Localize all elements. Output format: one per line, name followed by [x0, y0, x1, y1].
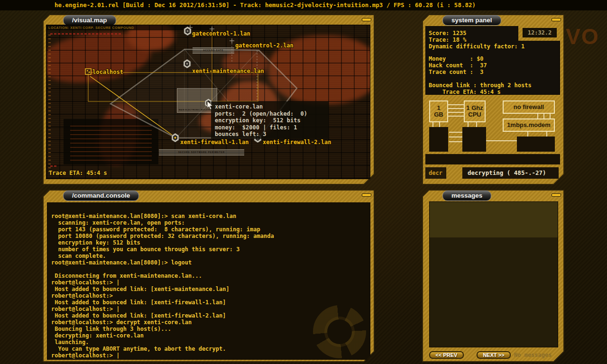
- minimize-button[interactable]: [552, 18, 561, 21]
- clock-tab: 12:32.2: [518, 25, 560, 41]
- circuit-wire: [448, 112, 464, 113]
- console-line: encryption key: 512 bits: [51, 239, 368, 246]
- console-line: number of times you can bounce through t…: [51, 246, 368, 253]
- stats-bounce-block: Bounced link : through 2 hosts Trace ETA…: [429, 82, 532, 96]
- stats-score-block: Score: 1235Trace: 18 %Dynamic difficulty…: [429, 30, 524, 50]
- console-line: robert@localhost:>: [51, 292, 368, 299]
- circuit-wire: [468, 122, 469, 127]
- console-line: port 10080 (password protected: 32 chara…: [51, 233, 368, 239]
- process-label: decr: [425, 167, 446, 179]
- console-line: Host added to bounced link: [xenti-firew…: [51, 312, 368, 319]
- circuit-wire: [486, 140, 517, 141]
- game-screen: VO he.engine-2.01.rel [Build : Dec 16 20…: [0, 0, 607, 364]
- circuit-wire: [448, 116, 464, 117]
- cpu-box: 1 GhzCPU: [464, 100, 486, 122]
- minimize-button[interactable]: [552, 193, 561, 197]
- host-label-xenti-firewall-1[interactable]: xenti-firewall-1.lan: [180, 139, 249, 146]
- host-label-xenti-firewall-2[interactable]: xenti-firewall-2.lan: [263, 139, 331, 146]
- host-node-icon[interactable]: [171, 133, 179, 142]
- visual-map-panel: /visual.map LOCATION: XENTI CORP. SECURE…: [43, 14, 375, 185]
- tooltip-line: encryption key: 512 bits: [215, 117, 325, 124]
- command-console-panel: /command.console root@xenti-maintenance.…: [43, 190, 375, 362]
- cpu-chip: [462, 127, 486, 152]
- stat-line: Hack count : 37: [429, 63, 487, 69]
- circuit-wire: [448, 104, 464, 105]
- console-output[interactable]: root@xenti-maintenance.lan[8080]:> scan …: [47, 202, 370, 360]
- circuit-wire: [439, 122, 440, 127]
- console-line: robert@localhost:> |: [51, 279, 368, 286]
- messages-panel: messages << PREV NEXT >> No messages: [422, 190, 564, 362]
- prev-message-button[interactable]: << PREV: [429, 351, 464, 359]
- console-line: Disconnecting from xenti-maintenance.lan…: [51, 273, 368, 279]
- messages-list[interactable]: [429, 201, 558, 347]
- messages-tab[interactable]: messages: [442, 191, 491, 201]
- mouse-cursor: [207, 101, 213, 110]
- circuit-wire: [543, 114, 544, 118]
- console-line: robert@localhost:> |: [51, 352, 368, 359]
- host-label-localhost[interactable]: localhost: [92, 69, 123, 75]
- stat-line: Money : $0: [429, 56, 487, 63]
- stat-line: Dynamic difficulty factor: 1: [429, 44, 524, 50]
- host-node-icon[interactable]: [183, 59, 191, 68]
- next-message-button[interactable]: NEXT >>: [477, 351, 511, 359]
- world-map[interactable]: LOCATION: XENTI CORP. SECURE COMPOUND: [46, 25, 370, 179]
- console-line: launching.: [51, 339, 368, 346]
- io-chip: [517, 136, 555, 152]
- firewall-box: no firewall: [503, 100, 555, 114]
- console-line: scan complete.: [51, 253, 368, 259]
- tooltip-line: money: $2000 | files: 1: [215, 124, 325, 131]
- modem-box: 1mbps.modem: [503, 118, 555, 132]
- circuit-wire: [432, 122, 433, 127]
- host-tooltip: xenti-core.lan ports: 2 (open/hacked: 0)…: [211, 101, 329, 139]
- circuit-wire: [527, 132, 528, 136]
- tooltip-line: ports: 2 (open/hacked: 0): [215, 110, 325, 118]
- host-label-gatecontrol-1[interactable]: gatecontrol-1.lan: [192, 30, 250, 37]
- command-console-tab[interactable]: /command.console: [63, 191, 139, 201]
- console-line: Host added to bounced link: [xenti-firew…: [51, 299, 368, 306]
- console-line: You can type ABORT anytime, to abort the…: [51, 346, 368, 352]
- circuit-wire: [537, 114, 538, 118]
- circuit-wire: [550, 114, 551, 118]
- console-lines: root@xenti-maintenance.lan[8080]:> scan …: [51, 213, 368, 359]
- minimize-button[interactable]: [362, 18, 371, 21]
- circuit-wire: [449, 141, 462, 142]
- host-label-xenti-maintenance[interactable]: xenti-maintenance.lan: [192, 68, 264, 74]
- console-line: root@xenti-maintenance.lan[8080]:> scan …: [51, 213, 368, 219]
- console-line: scanning: xenti-core.lan, open ports:: [51, 219, 368, 226]
- console-line: decrypting: xenti-core.lan: [51, 332, 368, 339]
- minimize-button[interactable]: [362, 193, 371, 197]
- circuit-wire: [476, 122, 477, 127]
- console-line: Bouncing link through 3 host(s)...: [51, 326, 368, 332]
- host-label-gatecontrol-2[interactable]: gatecontrol-2.lan: [235, 42, 294, 49]
- host-node-icon[interactable]: [184, 27, 192, 36]
- stat-line: Bounced link : through 2 hosts: [429, 82, 532, 89]
- console-line: Host added to bounced link: [xenti-maint…: [51, 286, 368, 292]
- console-line: robert@localhost:> |: [51, 306, 368, 312]
- circuit-wire: [449, 132, 462, 133]
- messages-empty-text: No messages: [514, 352, 552, 358]
- stats-money-block: Money : $0Hack count : 37Trace count : 3: [429, 56, 487, 75]
- tooltip-host-name: xenti-core.lan: [215, 103, 325, 110]
- console-line: root@xenti-maintenance.lan[8080]:> logou…: [51, 259, 368, 266]
- engine-title-bar: he.engine-2.01.rel [Build : Dec 16 2012/…: [0, 0, 607, 10]
- system-panel-tab[interactable]: system panel: [442, 15, 501, 26]
- ram-chip: [429, 127, 448, 152]
- tooltip-line: bounces left: 3: [215, 131, 325, 138]
- map-zone-bar: SECURE SOFTWARE PERIMETER: [159, 149, 244, 155]
- circuit-wire: [546, 132, 547, 136]
- map-trace-eta: Trace ETA: 45:4 s: [49, 170, 107, 176]
- console-line: [51, 266, 368, 273]
- visual-map-tab[interactable]: /visual.map: [63, 15, 116, 26]
- console-line: robert@localhost:> decrypt xenti-core.la…: [51, 319, 368, 326]
- stat-line: Trace count : 3: [429, 69, 487, 76]
- game-clock: 12:32.2: [523, 28, 557, 37]
- console-line: port 143 (password protected: 8 characte…: [51, 226, 368, 233]
- system-panel: system panel Score: 1235Trace: 18 %Dynam…: [422, 14, 564, 185]
- process-status: decrypting ( 485-.-27): [462, 167, 559, 179]
- localhost-icon[interactable]: [85, 68, 92, 75]
- ram-box: 1GB: [429, 100, 448, 122]
- tooltip-lines: ports: 2 (open/hacked: 0)encryption key:…: [215, 110, 325, 138]
- background-wordmark: VO: [566, 24, 599, 49]
- message-preview-area: [430, 202, 558, 237]
- stat-line: Trace ETA: 45:4 s: [429, 89, 532, 96]
